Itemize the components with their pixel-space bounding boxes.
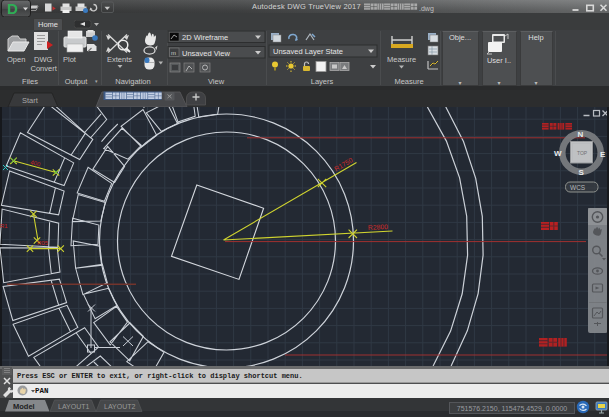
svg-text:S: S xyxy=(579,168,585,177)
svg-text:LAYOUT2: LAYOUT2 xyxy=(104,403,135,410)
svg-text:Unsaved View: Unsaved View xyxy=(182,49,230,58)
svg-text:TOP: TOP xyxy=(577,150,588,156)
svg-text:E: E xyxy=(600,150,606,159)
svg-text:Plot: Plot xyxy=(63,55,77,64)
svg-text:Convert: Convert xyxy=(31,64,58,73)
svg-text:DWG: DWG xyxy=(34,55,52,64)
svg-text:Unsaved Layer State: Unsaved Layer State xyxy=(273,47,343,56)
svg-text:Model: Model xyxy=(13,402,35,411)
svg-text:R2800: R2800 xyxy=(368,223,389,231)
svg-text:LAYOUT1: LAYOUT1 xyxy=(58,403,89,410)
svg-text:Open: Open xyxy=(7,55,25,64)
svg-text:W: W xyxy=(554,149,562,158)
svg-text:WCS: WCS xyxy=(570,184,586,191)
svg-text:N: N xyxy=(578,130,584,139)
svg-text:Extents: Extents xyxy=(107,55,132,64)
svg-text:R1: R1 xyxy=(0,223,8,229)
svg-text:m: m xyxy=(171,50,176,56)
svg-text:2D Wireframe: 2D Wireframe xyxy=(182,33,228,42)
svg-text:.dwg: .dwg xyxy=(419,5,434,13)
svg-text:R05: R05 xyxy=(37,240,49,246)
svg-text:Start: Start xyxy=(22,96,39,105)
svg-text:Measure: Measure xyxy=(387,55,416,64)
svg-text:D: D xyxy=(7,0,18,17)
svg-text:400: 400 xyxy=(30,159,42,168)
